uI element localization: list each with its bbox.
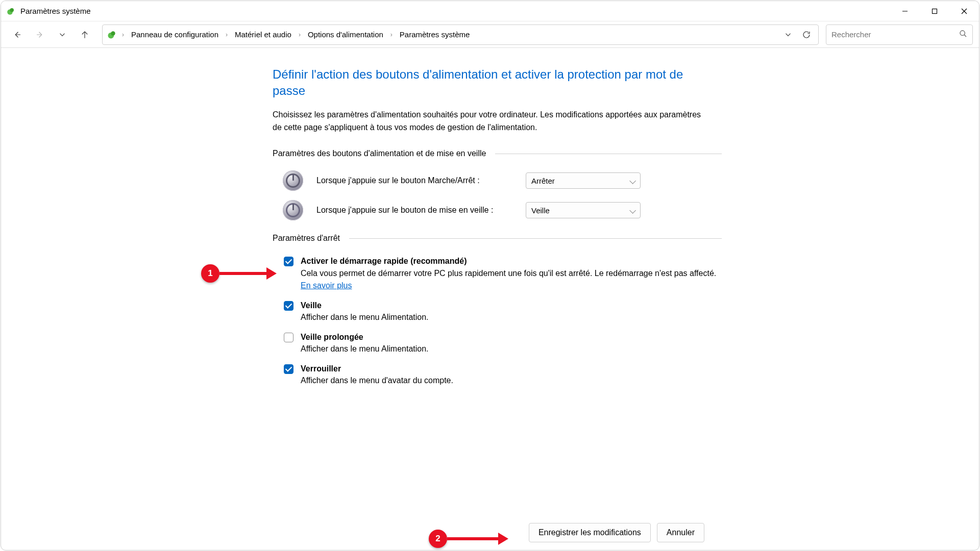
up-button[interactable]: [75, 24, 95, 45]
action-bar: Enregistrer les modifications Annuler: [1, 514, 979, 550]
chevron-right-icon: ›: [296, 31, 304, 38]
sleep-option: Veille Afficher dans le menu Alimentatio…: [273, 299, 722, 324]
sleep-checkbox[interactable]: [284, 301, 293, 311]
sleep-button-row: Lorsque j'appuie sur le bouton de mise e…: [273, 200, 722, 220]
address-dropdown-button[interactable]: [779, 24, 797, 45]
forward-button[interactable]: [30, 24, 50, 45]
section-header-label: Paramètres des boutons d'alimentation et…: [273, 149, 495, 158]
svg-line-12: [964, 35, 966, 37]
cancel-button[interactable]: Annuler: [657, 523, 704, 542]
option-title: Veille: [301, 299, 429, 311]
divider: [495, 154, 722, 154]
svg-point-1: [10, 8, 14, 12]
option-title: Veille prolongée: [301, 331, 429, 343]
hibernate-option: Veille prolongée Afficher dans le menu A…: [273, 331, 722, 356]
sleep-icon: [283, 200, 303, 220]
maximize-button[interactable]: [920, 1, 949, 21]
window-controls: [890, 1, 979, 21]
search-box[interactable]: [826, 24, 973, 45]
breadcrumb-item[interactable]: Matériel et audio: [232, 28, 295, 41]
breadcrumb: › Panneau de configuration › Matériel et…: [119, 28, 473, 41]
option-description: Afficher dans le menu d'avatar du compte…: [301, 374, 453, 387]
address-bar[interactable]: › Panneau de configuration › Matériel et…: [102, 24, 819, 45]
close-button[interactable]: [949, 1, 979, 21]
hibernate-checkbox[interactable]: [284, 333, 293, 342]
page-description: Choisissez les paramètres d'alimentation…: [273, 109, 712, 134]
option-title: Verrouiller: [301, 363, 453, 374]
learn-more-link[interactable]: En savoir plus: [301, 281, 352, 290]
search-icon: [959, 30, 967, 40]
minimize-button[interactable]: [890, 1, 920, 21]
save-button[interactable]: Enregistrer les modifications: [529, 523, 651, 542]
power-button-dropdown[interactable]: Arrêter: [526, 172, 641, 189]
chevron-right-icon: ›: [223, 31, 231, 38]
nav-row: › Panneau de configuration › Matériel et…: [1, 21, 979, 48]
svg-rect-3: [933, 9, 937, 13]
fast-startup-option: Activer le démarrage rapide (recommandé)…: [273, 255, 722, 292]
window-title: Paramètres système: [20, 7, 91, 15]
chevron-right-icon: ›: [119, 31, 127, 38]
power-button-label: Lorsque j'appuie sur le bouton Marche/Ar…: [316, 176, 526, 185]
svg-point-10: [111, 31, 115, 35]
dropdown-value: Arrêter: [531, 177, 555, 185]
refresh-button[interactable]: [798, 24, 815, 45]
location-icon: [107, 30, 117, 40]
power-button-row: Lorsque j'appuie sur le bouton Marche/Ar…: [273, 170, 722, 191]
app-icon: [6, 7, 15, 16]
section-header-label: Paramètres d'arrêt: [273, 234, 349, 243]
power-icon: [283, 170, 303, 191]
section-header: Paramètres d'arrêt: [273, 234, 722, 243]
option-description: Cela vous permet de démarrer votre PC pl…: [301, 267, 719, 293]
breadcrumb-item[interactable]: Options d'alimentation: [305, 28, 386, 41]
back-button[interactable]: [7, 24, 28, 45]
breadcrumb-item[interactable]: Paramètres système: [397, 28, 473, 41]
history-dropdown-button[interactable]: [52, 24, 72, 45]
fast-startup-checkbox[interactable]: [284, 257, 293, 266]
divider: [349, 238, 722, 239]
option-title: Activer le démarrage rapide (recommandé): [301, 255, 719, 267]
content-area: Définir l'action des boutons d'alimentat…: [1, 48, 979, 550]
section-header: Paramètres des boutons d'alimentation et…: [273, 149, 722, 158]
sleep-button-label: Lorsque j'appuie sur le bouton de mise e…: [316, 206, 526, 215]
option-description: Afficher dans le menu Alimentation.: [301, 311, 429, 324]
svg-point-11: [960, 31, 965, 35]
sleep-button-dropdown[interactable]: Veille: [526, 202, 641, 218]
option-description: Afficher dans le menu Alimentation.: [301, 343, 429, 356]
chevron-right-icon: ›: [387, 31, 396, 38]
search-input[interactable]: [831, 30, 959, 39]
titlebar: Paramètres système: [1, 1, 979, 21]
lock-checkbox[interactable]: [284, 364, 293, 374]
window-frame: Paramètres système › Panneau de configur…: [1, 1, 979, 550]
lock-option: Verrouiller Afficher dans le menu d'avat…: [273, 363, 722, 387]
page-title: Définir l'action des boutons d'alimentat…: [273, 66, 712, 99]
dropdown-value: Veille: [531, 206, 550, 215]
breadcrumb-item[interactable]: Panneau de configuration: [128, 28, 222, 41]
